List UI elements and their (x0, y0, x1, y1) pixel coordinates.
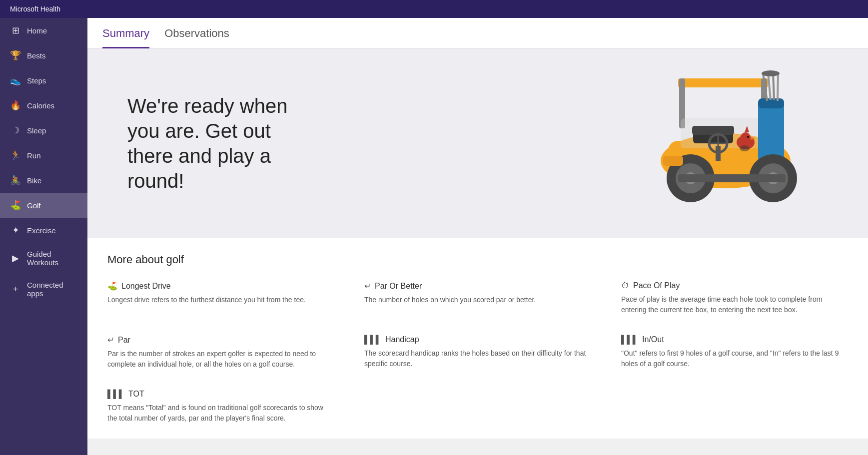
home-icon: ⊞ (10, 25, 21, 36)
info-item-header-pace-of-play: ⏱Pace Of Play (621, 281, 848, 290)
sidebar-item-exercise[interactable]: ✦Exercise (0, 218, 87, 243)
sidebar-item-run[interactable]: 🏃Run (0, 143, 87, 168)
sidebar-item-label-bike: Bike (27, 176, 41, 185)
sidebar-item-label-run: Run (27, 151, 41, 160)
tabs-bar: SummaryObservations (87, 18, 868, 48)
sidebar-item-label-exercise: Exercise (27, 226, 56, 235)
info-item-header-par-or-better: ↵Par Or Better (364, 281, 591, 291)
sidebar-item-label-bests: Bests (27, 51, 46, 60)
info-item-handicap: ▌▌▌HandicapThe scorecard handicap ranks … (364, 335, 591, 370)
info-desc-in-out: "Out" refers to first 9 holes of a golf … (621, 348, 848, 369)
svg-rect-0 (678, 78, 768, 87)
top-bar: Microsoft Health (0, 0, 868, 18)
hero-text: We're ready when you are. Get out there … (127, 93, 317, 193)
sidebar-item-label-home: Home (27, 26, 47, 35)
info-item-header-par: ↵Par (107, 335, 334, 345)
tab-summary[interactable]: Summary (102, 27, 149, 48)
info-title-par: Par (118, 336, 130, 345)
longest-drive-icon: ⛳ (107, 281, 117, 291)
info-title-in-out: In/Out (642, 335, 664, 344)
golf-info-grid: ⛳Longest DriveLongest drive refers to th… (107, 281, 848, 424)
sidebar: ⊞Home🏆Bests👟Steps🔥Calories☽Sleep🏃Run🚴Bik… (0, 18, 87, 455)
sidebar-item-steps[interactable]: 👟Steps (0, 68, 87, 93)
sidebar-item-sleep[interactable]: ☽Sleep (0, 118, 87, 143)
handicap-icon: ▌▌▌ (364, 335, 381, 344)
sidebar-item-bests[interactable]: 🏆Bests (0, 43, 87, 68)
svg-rect-31 (678, 174, 786, 182)
more-about-golf-title: More about golf (107, 253, 848, 266)
golf-cart-illustration (628, 68, 828, 218)
svg-point-24 (740, 145, 750, 151)
info-item-header-longest-drive: ⛳Longest Drive (107, 281, 334, 291)
svg-rect-7 (692, 126, 734, 135)
guided-workouts-icon: ▶ (10, 253, 21, 264)
calories-icon: 🔥 (10, 100, 21, 111)
sidebar-item-label-guided-workouts: Guided Workouts (27, 250, 77, 267)
sidebar-item-label-steps: Steps (27, 76, 46, 85)
svg-point-18 (762, 70, 780, 76)
connected-apps-icon: + (10, 284, 21, 295)
svg-line-17 (778, 73, 778, 101)
info-desc-par-or-better: The number of holes on which you scored … (364, 295, 591, 305)
info-desc-longest-drive: Longest drive refers to the furthest dis… (107, 295, 334, 305)
info-desc-par: Par is the number of strokes an expert g… (107, 349, 334, 370)
info-item-pace-of-play: ⏱Pace Of PlayPace of play is the average… (621, 281, 848, 315)
sidebar-item-label-sleep: Sleep (27, 126, 46, 135)
sidebar-item-golf[interactable]: ⛳Golf (0, 193, 87, 218)
info-item-par-or-better: ↵Par Or BetterThe number of holes on whi… (364, 281, 591, 315)
content-area: SummaryObservations We're ready when you… (87, 18, 868, 455)
sidebar-item-label-calories: Calories (27, 101, 54, 110)
sidebar-item-bike[interactable]: 🚴Bike (0, 168, 87, 193)
run-icon: 🏃 (10, 150, 21, 161)
steps-icon: 👟 (10, 75, 21, 86)
svg-point-22 (747, 136, 749, 138)
sidebar-item-home[interactable]: ⊞Home (0, 18, 87, 43)
info-title-pace-of-play: Pace Of Play (633, 281, 680, 290)
info-title-handicap: Handicap (385, 335, 419, 344)
tab-observations[interactable]: Observations (164, 27, 229, 48)
svg-point-20 (741, 132, 751, 142)
sidebar-item-guided-workouts[interactable]: ▶Guided Workouts (0, 243, 87, 274)
exercise-icon: ✦ (10, 225, 21, 236)
info-title-longest-drive: Longest Drive (121, 282, 171, 291)
hero-section: We're ready when you are. Get out there … (87, 48, 868, 238)
info-item-tot: ▌▌▌TOTTOT means "Total" and is found on … (107, 390, 334, 424)
info-title-par-or-better: Par Or Better (375, 282, 422, 291)
svg-rect-32 (663, 156, 683, 166)
tot-icon: ▌▌▌ (107, 390, 124, 399)
par-icon: ↵ (107, 335, 114, 345)
info-title-tot: TOT (128, 390, 144, 399)
svg-line-15 (768, 72, 771, 100)
in-out-icon: ▌▌▌ (621, 335, 638, 344)
par-or-better-icon: ↵ (364, 281, 371, 291)
info-item-header-tot: ▌▌▌TOT (107, 390, 334, 399)
bests-icon: 🏆 (10, 50, 21, 61)
app-title: Microsoft Health (10, 5, 60, 13)
main-layout: ⊞Home🏆Bests👟Steps🔥Calories☽Sleep🏃Run🚴Bik… (0, 18, 868, 455)
info-item-header-handicap: ▌▌▌Handicap (364, 335, 591, 344)
info-item-longest-drive: ⛳Longest DriveLongest drive refers to th… (107, 281, 334, 315)
sleep-icon: ☽ (10, 125, 21, 136)
info-desc-tot: TOT means "Total" and is found on tradit… (107, 403, 334, 424)
sidebar-item-calories[interactable]: 🔥Calories (0, 93, 87, 118)
sidebar-item-label-connected-apps: Connected apps (27, 281, 77, 298)
svg-line-16 (773, 72, 774, 100)
sidebar-item-connected-apps[interactable]: +Connected apps (0, 274, 87, 305)
info-item-par: ↵ParPar is the number of strokes an expe… (107, 335, 334, 370)
pace-of-play-icon: ⏱ (621, 281, 629, 290)
bike-icon: 🚴 (10, 175, 21, 186)
svg-rect-13 (758, 98, 784, 108)
svg-rect-11 (716, 146, 721, 161)
info-item-in-out: ▌▌▌In/Out"Out" refers to first 9 holes o… (621, 335, 848, 370)
more-about-golf-section: More about golf ⛳Longest DriveLongest dr… (87, 238, 868, 439)
info-item-header-in-out: ▌▌▌In/Out (621, 335, 848, 344)
sidebar-item-label-golf: Golf (27, 201, 41, 210)
info-desc-pace-of-play: Pace of play is the average time each ho… (621, 294, 848, 315)
info-desc-handicap: The scorecard handicap ranks the holes b… (364, 348, 591, 369)
golf-icon: ⛳ (10, 200, 21, 211)
